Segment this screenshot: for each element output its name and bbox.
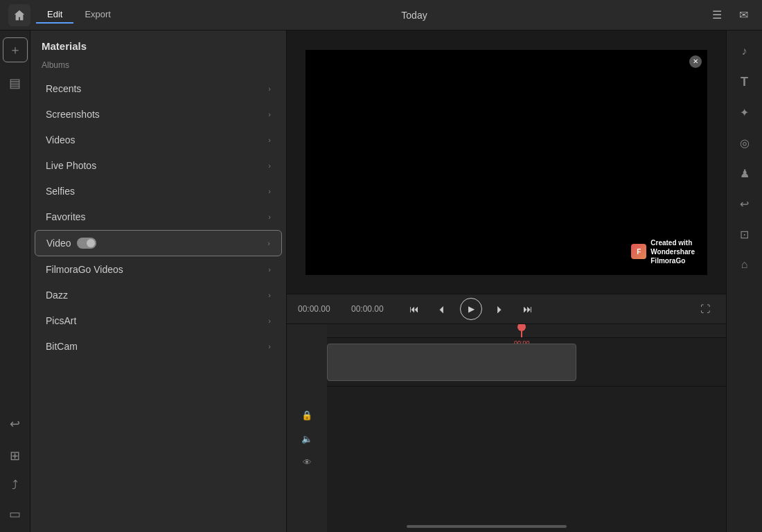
media-item-bitcam[interactable]: BitCam › — [35, 334, 282, 359]
main-area: ＋ ▤ ↩ ⊞ ⤴ ▭ Materials Albums Recents › S… — [0, 30, 762, 532]
sticker-icon[interactable]: ✦ — [732, 100, 757, 125]
timeline-ruler — [327, 324, 726, 338]
duration-display: 00:00.00 — [351, 304, 396, 314]
playback-controls: 00:00.00 00:00.00 ⏮ ⏴ ▶ ⏵ ⏭ ⛶ — [287, 294, 726, 324]
media-item-label: BitCam — [46, 341, 78, 352]
timeline-tracks — [327, 338, 726, 518]
skip-to-start-button[interactable]: ⏮ — [405, 299, 424, 319]
chevron-icon: › — [268, 291, 271, 299]
chevron-icon: › — [267, 239, 270, 247]
chevron-icon: › — [268, 136, 271, 144]
project-title: Today — [401, 10, 427, 21]
media-item-screenshots[interactable]: Screenshots › — [35, 102, 282, 127]
media-item-label: FilmoraGo Videos — [46, 264, 123, 275]
crop-icon[interactable]: ⊡ — [732, 222, 757, 247]
media-item-label: Favorites — [46, 211, 86, 222]
mail-icon[interactable]: ✉ — [733, 5, 754, 26]
layers-icon[interactable]: ▤ — [3, 71, 28, 96]
step-back-button[interactable]: ⏴ — [432, 299, 452, 319]
undo2-icon[interactable]: ↩ — [732, 191, 757, 216]
skip-to-end-button[interactable]: ⏭ — [518, 299, 538, 319]
eye-icon[interactable]: 👁 — [299, 454, 315, 470]
media-item-livephotos[interactable]: Live Photos › — [35, 153, 282, 178]
media-item-dazz[interactable]: Dazz › — [35, 283, 282, 308]
home-button[interactable] — [8, 4, 30, 26]
play-button[interactable]: ▶ — [460, 298, 482, 320]
video-track — [327, 338, 726, 387]
music-icon[interactable]: ♪ — [732, 39, 757, 64]
media-item-label: Live Photos — [46, 160, 96, 171]
timeline-area: 🔒 🔈 👁 00:00 — [287, 324, 726, 532]
media-item-label: Video — [46, 238, 100, 249]
media-item-label: PicsArt — [46, 315, 76, 326]
chevron-icon: › — [268, 161, 271, 170]
chevron-icon: › — [268, 213, 271, 221]
left-sidebar: ＋ ▤ ↩ ⊞ ⤴ ▭ — [0, 30, 30, 532]
media-item-label: Dazz — [46, 290, 68, 301]
timeline-track-controls: 🔒 🔈 👁 — [287, 324, 327, 532]
top-bar: Edit Export Today ☰ ✉ — [0, 0, 762, 30]
center-area: ✕ F Created with Wondershare FilmoraGo 0… — [287, 30, 726, 532]
tab-export[interactable]: Export — [73, 6, 122, 24]
media-item-label: Selfies — [46, 186, 75, 197]
chevron-icon: › — [268, 110, 271, 118]
step-forward-button[interactable]: ⏵ — [490, 299, 510, 319]
watermark-text: Created with Wondershare FilmoraGo — [650, 238, 695, 265]
timeline-scrollbar[interactable] — [407, 525, 566, 528]
lock-icon[interactable]: 🔒 — [299, 407, 315, 423]
media-item-video[interactable]: Video › — [35, 230, 282, 256]
right-sidebar: ♪ T ✦ ◎ ♟ ↩ ⊡ ⌂ — [726, 30, 762, 532]
chevron-icon: › — [268, 317, 271, 325]
video-preview: ✕ F Created with Wondershare FilmoraGo — [287, 30, 726, 294]
grid-icon[interactable]: ⊞ — [3, 443, 28, 468]
audio-icon[interactable]: 🔈 — [299, 430, 315, 447]
person-icon[interactable]: ♟ — [732, 161, 757, 186]
media-item-filmoragovideos[interactable]: FilmoraGo Videos › — [35, 257, 282, 282]
chevron-icon: › — [268, 187, 271, 195]
media-item-label: Recents — [46, 83, 81, 94]
undo-icon[interactable]: ↩ — [3, 411, 28, 436]
media-panel-list: Recents › Screenshots › Videos › Live Ph… — [30, 76, 286, 532]
clip-content — [328, 344, 576, 380]
timeline-content: 00:00 — [327, 324, 726, 532]
top-bar-tabs: Edit Export — [36, 6, 122, 24]
media-item-videos[interactable]: Videos › — [35, 127, 282, 152]
top-bar-right: ☰ ✉ — [707, 5, 754, 26]
playhead[interactable] — [521, 324, 522, 337]
media-item-picsart[interactable]: PicsArt › — [35, 308, 282, 333]
timeline-clip[interactable] — [327, 344, 576, 381]
media-item-selfies[interactable]: Selfies › — [35, 179, 282, 204]
device-icon[interactable]: ▭ — [3, 502, 28, 526]
media-item-favorites[interactable]: Favorites › — [35, 204, 282, 229]
video-toggle[interactable] — [77, 238, 96, 249]
preview-canvas: ✕ F Created with Wondershare FilmoraGo — [305, 50, 707, 275]
watermark-logo: F — [631, 244, 646, 259]
media-item-recents[interactable]: Recents › — [35, 76, 282, 101]
watermark: F Created with Wondershare FilmoraGo — [626, 236, 700, 268]
preview-close-button[interactable]: ✕ — [689, 55, 702, 68]
fullscreen-button[interactable]: ⛶ — [695, 299, 715, 319]
media-panel: Materials Albums Recents › Screenshots ›… — [30, 30, 287, 532]
chevron-icon: › — [268, 265, 271, 274]
media-panel-subtitle: Albums — [30, 57, 286, 76]
top-bar-left: Edit Export — [8, 4, 122, 26]
share-icon[interactable]: ⤴ — [3, 472, 28, 497]
media-item-label: Screenshots — [46, 109, 100, 120]
add-media-button[interactable]: ＋ — [3, 37, 28, 62]
effect-icon[interactable]: ◎ — [732, 130, 757, 155]
menu-icon[interactable]: ☰ — [707, 5, 727, 26]
text-icon[interactable]: T — [732, 69, 757, 94]
chevron-icon: › — [268, 342, 271, 351]
media-item-label: Videos — [46, 134, 76, 145]
headphones-icon[interactable]: ⌂ — [732, 252, 757, 277]
tab-edit[interactable]: Edit — [36, 6, 73, 24]
current-time-display: 00:00.00 — [298, 304, 343, 314]
chevron-icon: › — [268, 85, 271, 93]
media-panel-title: Materials — [30, 30, 286, 57]
